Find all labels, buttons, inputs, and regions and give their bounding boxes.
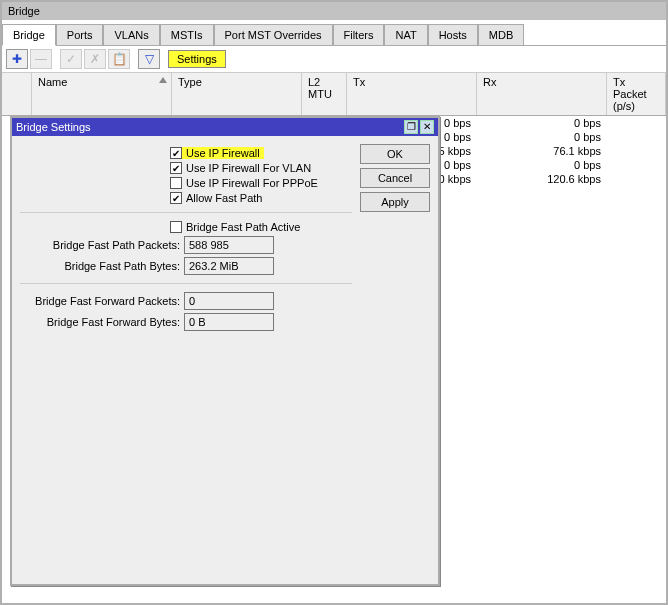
table-body: 0 bps 0 bps 0 bps 0 bps 997.5 kbps 76.1 … (2, 116, 666, 603)
comment-button[interactable]: 📋 (108, 49, 130, 69)
restore-button[interactable]: ❐ (404, 120, 418, 134)
header-tx-packet[interactable]: Tx Packet (p/s) (607, 73, 666, 115)
bridge-fast-path-active-option: Bridge Fast Path Active (170, 221, 352, 233)
ok-button[interactable]: OK (360, 144, 430, 164)
dialog-title: Bridge Settings (16, 121, 402, 133)
bridge-fast-path-bytes-field: Bridge Fast Path Bytes: 263.2 MiB (20, 257, 352, 275)
dialog-button-column: OK Cancel Apply (360, 144, 430, 576)
allow-fast-path-option[interactable]: ✔ Allow Fast Path (170, 192, 352, 204)
enable-button[interactable]: ✓ (60, 49, 82, 69)
dialog-titlebar[interactable]: Bridge Settings ❐ ✕ (12, 118, 438, 136)
bridge-settings-dialog: Bridge Settings ❐ ✕ ✔ Use IP Firewall ✔ … (10, 116, 440, 586)
apply-button[interactable]: Apply (360, 192, 430, 212)
tab-nat[interactable]: NAT (384, 24, 427, 45)
toolbar: ✚ — ✓ ✗ 📋 ▽ Settings (2, 46, 666, 73)
header-l2mtu[interactable]: L2 MTU (302, 73, 347, 115)
checkbox-unchecked-icon (170, 177, 182, 189)
checkbox-checked-icon: ✔ (170, 192, 182, 204)
check-icon: ✓ (66, 52, 76, 66)
checkbox-checked-icon: ✔ (170, 162, 182, 174)
tab-filters[interactable]: Filters (333, 24, 385, 45)
restore-icon: ❐ (407, 122, 416, 132)
tab-mdb[interactable]: MDB (478, 24, 524, 45)
remove-button[interactable]: — (30, 49, 52, 69)
sort-asc-icon (159, 77, 167, 83)
filter-button[interactable]: ▽ (138, 49, 160, 69)
checkbox-unchecked-icon (170, 221, 182, 233)
bridge-fast-forward-bytes-field: Bridge Fast Forward Bytes: 0 B (20, 313, 352, 331)
plus-icon: ✚ (12, 52, 22, 66)
x-icon: ✗ (90, 52, 100, 66)
bridge-window: Bridge Bridge Ports VLANs MSTIs Port MST… (0, 0, 668, 605)
tab-hosts[interactable]: Hosts (428, 24, 478, 45)
tab-bridge[interactable]: Bridge (2, 24, 56, 46)
bridge-fast-path-packets-field: Bridge Fast Path Packets: 588 985 (20, 236, 352, 254)
disable-button[interactable]: ✗ (84, 49, 106, 69)
use-ip-firewall-option[interactable]: ✔ Use IP Firewall (170, 147, 264, 159)
funnel-icon: ▽ (145, 52, 154, 66)
close-button[interactable]: ✕ (420, 120, 434, 134)
window-title: Bridge (8, 5, 40, 17)
use-ip-firewall-vlan-option[interactable]: ✔ Use IP Firewall For VLAN (170, 162, 352, 174)
dialog-form: ✔ Use IP Firewall ✔ Use IP Firewall For … (20, 144, 352, 576)
close-icon: ✕ (423, 122, 431, 132)
bridge-fast-forward-packets-field: Bridge Fast Forward Packets: 0 (20, 292, 352, 310)
use-ip-firewall-pppoe-option[interactable]: Use IP Firewall For PPPoE (170, 177, 352, 189)
header-name[interactable]: Name (32, 73, 172, 115)
tab-bar: Bridge Ports VLANs MSTIs Port MST Overri… (2, 20, 666, 46)
cancel-button[interactable]: Cancel (360, 168, 430, 188)
tab-ports[interactable]: Ports (56, 24, 104, 45)
settings-button[interactable]: Settings (168, 50, 226, 68)
minus-icon: — (35, 52, 47, 66)
header-tx[interactable]: Tx (347, 73, 477, 115)
window-titlebar: Bridge (2, 2, 666, 20)
tab-mstis[interactable]: MSTIs (160, 24, 214, 45)
checkbox-checked-icon: ✔ (170, 147, 182, 159)
add-button[interactable]: ✚ (6, 49, 28, 69)
column-headers: Name Type L2 MTU Tx Rx Tx Packet (p/s) (2, 73, 666, 116)
header-type[interactable]: Type (172, 73, 302, 115)
note-icon: 📋 (112, 52, 127, 66)
header-rx[interactable]: Rx (477, 73, 607, 115)
tab-port-mst-overrides[interactable]: Port MST Overrides (214, 24, 333, 45)
header-blank[interactable] (2, 73, 32, 115)
tab-vlans[interactable]: VLANs (103, 24, 159, 45)
